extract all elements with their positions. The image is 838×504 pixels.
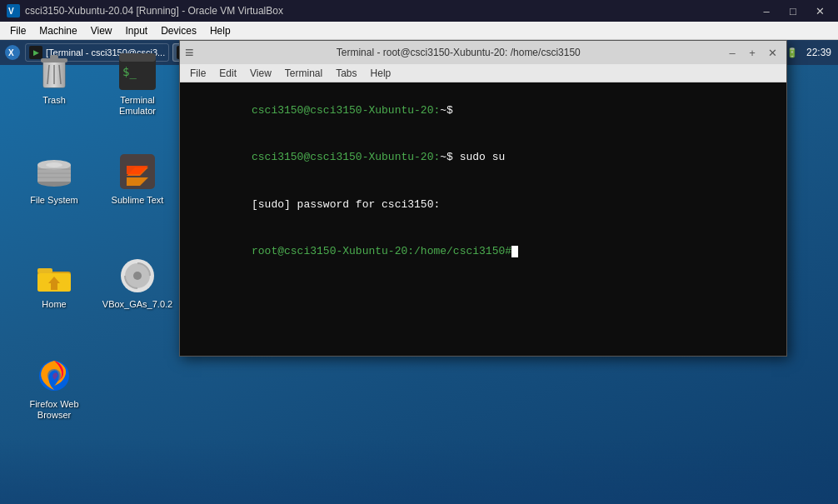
firefox-label: Firefox WebBrowser: [29, 399, 78, 421]
vbox-icon: V: [7, 4, 20, 17]
terminal-window: ≡ Terminal - root@csci3150-Xubuntu-20: /…: [179, 40, 787, 357]
term-menu-view[interactable]: View: [243, 66, 278, 81]
vm-desktop: X ▶ [Terminal - csci3150@csci3... ▶ Term…: [0, 40, 838, 504]
filesystem-label: File System: [30, 195, 77, 206]
sublime-label: Sublime Text: [112, 195, 164, 206]
term-menu-edit[interactable]: Edit: [212, 66, 243, 81]
vbox-menu-bar: File Machine View Input Devices Help: [0, 22, 838, 40]
terminal-line-3: [sudo] password for csci3150:: [187, 182, 780, 229]
terminal-controls: – + ✕: [723, 44, 781, 61]
menu-input[interactable]: Input: [119, 23, 155, 38]
desktop-icon-trash[interactable]: Trash: [21, 48, 87, 109]
desktop-icon-sublime[interactable]: Sublime Text: [104, 148, 171, 209]
battery-icon: 🔋: [786, 47, 798, 58]
terminal-line-4: root@csci3150-Xubuntu-20:/home/csci3150#: [187, 229, 780, 277]
terminal-maximize[interactable]: +: [743, 44, 761, 61]
terminal-line-2: csci3150@csci3150-Xubuntu-20:~$ sudo su: [187, 135, 780, 182]
svg-rect-27: [37, 268, 52, 273]
svg-point-33: [133, 272, 142, 280]
sublime-icon-img: [117, 152, 157, 192]
home-icon-img: [34, 256, 74, 296]
svg-text:$_: $_: [122, 65, 137, 79]
title-bar-text: csci3150-Xubuntu-20.04 [Running] - Oracl…: [25, 5, 283, 17]
menu-machine[interactable]: Machine: [32, 23, 83, 38]
term-menu-tabs[interactable]: Tabs: [329, 66, 363, 81]
desktop-icon-vboxgas[interactable]: VBox_GAs_7.0.2: [104, 252, 171, 313]
terminal-icon-img: $_: [117, 52, 157, 92]
desktop-icon-home[interactable]: Home: [21, 252, 87, 313]
terminal-label: TerminalEmulator: [119, 95, 156, 117]
terminal-drag-handle: ≡: [185, 44, 194, 62]
svg-text:V: V: [8, 7, 14, 16]
minimize-button[interactable]: –: [755, 2, 778, 19]
svg-rect-30: [51, 283, 57, 290]
terminal-body[interactable]: csci3150@csci3150-Xubuntu-20:~$ csci3150…: [180, 82, 786, 356]
menu-help[interactable]: Help: [203, 23, 237, 38]
trash-label: Trash: [42, 95, 66, 106]
desktop-icon-firefox[interactable]: Firefox WebBrowser: [21, 352, 87, 424]
menu-devices[interactable]: Devices: [154, 23, 203, 38]
filesystem-icon-img: [34, 152, 74, 192]
vbox-window: V csci3150-Xubuntu-20.04 [Running] - Ora…: [0, 0, 838, 504]
svg-rect-7: [50, 55, 58, 59]
home-label: Home: [42, 299, 66, 310]
terminal-line-1: csci3150@csci3150-Xubuntu-20:~$: [187, 87, 780, 135]
terminal-close[interactable]: ✕: [763, 44, 781, 61]
title-bar: V csci3150-Xubuntu-20.04 [Running] - Ora…: [0, 0, 838, 22]
xfce-logo: X: [3, 43, 22, 62]
svg-point-35: [47, 369, 61, 382]
vboxgas-icon-img: [117, 256, 157, 296]
svg-point-21: [46, 162, 62, 167]
trash-icon-img: [34, 52, 74, 92]
title-bar-controls: – □ ✕: [755, 2, 831, 19]
term-menu-help[interactable]: Help: [364, 66, 398, 81]
desktop-icon-terminal[interactable]: $_ TerminalEmulator: [104, 48, 171, 120]
terminal-cursor: [511, 246, 518, 257]
svg-text:X: X: [8, 48, 14, 57]
firefox-icon-img: [34, 356, 74, 396]
time-display: 22:39: [803, 47, 835, 58]
close-button[interactable]: ✕: [808, 2, 831, 19]
terminal-minimize[interactable]: –: [723, 44, 741, 61]
term-menu-terminal[interactable]: Terminal: [278, 66, 329, 81]
maximize-button[interactable]: □: [781, 2, 805, 19]
terminal-titlebar: ≡ Terminal - root@csci3150-Xubuntu-20: /…: [180, 41, 786, 64]
term-menu-file[interactable]: File: [183, 66, 212, 81]
menu-file[interactable]: File: [3, 23, 32, 38]
terminal-title: Terminal - root@csci3150-Xubuntu-20: /ho…: [194, 47, 723, 58]
desktop-icon-filesystem[interactable]: File System: [21, 148, 87, 209]
svg-rect-12: [119, 53, 156, 62]
menu-view[interactable]: View: [84, 23, 119, 38]
terminal-menubar: File Edit View Terminal Tabs Help: [180, 64, 786, 82]
vboxgas-label: VBox_GAs_7.0.2: [102, 299, 172, 310]
water-decoration: [0, 437, 838, 504]
